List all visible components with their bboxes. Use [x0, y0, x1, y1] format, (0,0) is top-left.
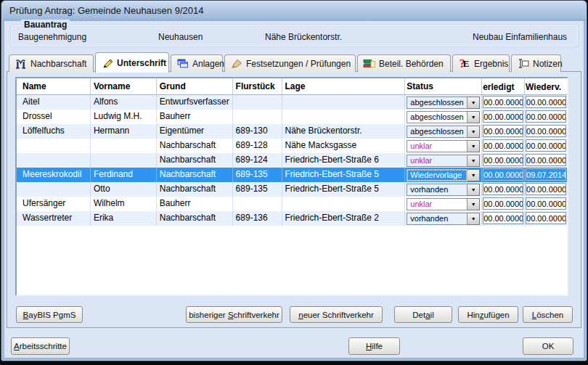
erledigt-field[interactable]: 00.00.0000: [483, 197, 523, 210]
cell-lage: Nähe Macksgasse: [282, 139, 406, 153]
bisheriger-schriftverkehr-button[interactable]: bisheriger Schriftverkehr: [186, 306, 282, 323]
cell-erledigt: 00.00.0000: [482, 182, 525, 197]
cell-wiederv: 00.00.0000: [525, 153, 567, 168]
hilfe-button[interactable]: Hilfe: [348, 337, 400, 355]
wiederv-field[interactable]: 00.00.0000: [526, 139, 566, 152]
erledigt-field[interactable]: 00.00.0000: [483, 96, 523, 108]
wiederv-field[interactable]: 00.00.0000: [526, 125, 566, 137]
nachbarschaft-icon: [15, 59, 27, 69]
cell-grund: Eigentümer: [157, 124, 233, 139]
status-combobox[interactable]: unklar: [407, 155, 467, 167]
cell-flurstueck: 689-124: [233, 153, 282, 168]
table-row[interactable]: Wassertreter Erika Nachbarschaft 689-136…: [17, 211, 567, 226]
cell-lage: [282, 110, 406, 124]
table-row[interactable]: Löffelfuchs Hermann Eigentümer 689-130 N…: [17, 124, 567, 139]
cell-vorname: Otto: [91, 182, 157, 197]
cell-status: vorhanden ▼: [405, 182, 482, 197]
table-row[interactable]: Drossel Ludwig M.H. Bauherr abgeschlosse…: [17, 110, 567, 124]
column-header-grund: Grund: [157, 78, 233, 94]
dropdown-arrow-icon[interactable]: ▼: [467, 213, 480, 225]
table-row[interactable]: Nachbarschaft 689-124 Friedrich-Ebert-St…: [17, 153, 567, 168]
tab-festsetzungen[interactable]: Festsetzungen / Prüfungen: [224, 54, 356, 72]
erledigt-field[interactable]: 00.00.0000: [483, 125, 523, 137]
detail-button[interactable]: Detail: [394, 306, 452, 323]
status-combobox[interactable]: abgeschlossen: [407, 126, 467, 138]
table-row-selected[interactable]: Meereskrokodil Ferdinand Nachbarschaft 6…: [17, 168, 567, 182]
tab-unterschrift[interactable]: Unterschrift: [95, 52, 169, 73]
neuer-schriftverkehr-button[interactable]: neuer Schriftverkehr: [290, 306, 383, 323]
cell-vorname: [91, 139, 157, 153]
wiederv-field[interactable]: 00.00.0000: [526, 96, 566, 108]
title-bar[interactable]: Prüfung Antrag: Gemeinde Neuhausen 9/201…: [2, 1, 586, 20]
table-row[interactable]: Otto Nachbarschaft 689-135 Friedrich-Ebe…: [17, 182, 567, 197]
dropdown-arrow-icon[interactable]: ▼: [467, 97, 480, 109]
cell-lage: Friedrich-Ebert-Straße 5: [282, 182, 406, 197]
dropdown-arrow-icon[interactable]: ▼: [467, 169, 480, 181]
wiederv-field[interactable]: 00.00.0000: [526, 212, 566, 224]
wiederv-field[interactable]: 00.00.0000: [526, 183, 566, 195]
wiederv-field[interactable]: 09.07.2014: [526, 168, 566, 181]
cell-wiederv: 00.00.0000: [525, 211, 567, 226]
cell-vorname: Alfons: [91, 95, 157, 110]
cell-name: [17, 182, 91, 197]
table-row[interactable]: Ufersänger Wilhelm Bauherr unklar ▼ 00.0…: [17, 197, 567, 211]
table-row[interactable]: Nachbarschaft 689-128 Nähe Macksgasse un…: [17, 139, 567, 153]
status-combobox[interactable]: Wiedervorlage: [407, 169, 467, 181]
cell-flurstueck: 689-128: [233, 139, 282, 153]
tab-label: Ergebnis: [474, 59, 508, 69]
hinzufuegen-button[interactable]: Hinzufügen: [458, 306, 518, 323]
wiederv-field[interactable]: 00.00.0000: [526, 197, 566, 210]
question-e-icon: ?E: [458, 59, 470, 69]
column-header-wiederv: Wiederv.: [525, 78, 567, 94]
tab-notizen[interactable]: Notizen: [511, 54, 561, 72]
cell-wiederv: 00.00.0000: [525, 182, 567, 197]
bauantrag-groupbox: Bauantrag Baugenehmigung Neuhausen Nähe …: [11, 25, 578, 46]
table-header-row: Name Vorname Grund Flurstück Lage Status…: [17, 78, 567, 95]
dropdown-arrow-icon[interactable]: ▼: [467, 184, 480, 196]
wiederv-field[interactable]: 00.00.0000: [526, 154, 566, 166]
erledigt-field[interactable]: 00.00.0000: [483, 139, 523, 152]
erledigt-field[interactable]: 00.00.0000: [483, 183, 523, 195]
cell-vorname: Wilhelm: [91, 197, 157, 211]
loeschen-button[interactable]: Löschen: [523, 306, 573, 323]
tab-beteil-behoerden[interactable]: Beteil. Behörden: [357, 54, 451, 72]
cell-grund: Nachbarschaft: [157, 211, 233, 226]
status-combobox[interactable]: abgeschlossen: [407, 111, 467, 123]
tab-anlagen[interactable]: Anlagen: [171, 54, 223, 72]
wiederv-field[interactable]: 00.00.0000: [526, 110, 566, 123]
status-combobox[interactable]: vorhanden: [407, 213, 467, 225]
cell-flurstueck: [233, 197, 282, 211]
status-combobox[interactable]: unklar: [407, 140, 467, 152]
cell-lage: Friedrich-Ebert-Straße 2: [282, 211, 406, 226]
arbeitsschritte-button[interactable]: Arbeitsschritte: [11, 337, 70, 355]
dropdown-arrow-icon[interactable]: ▼: [467, 140, 480, 152]
erledigt-field[interactable]: 00.00.0000: [483, 168, 523, 181]
bauantrag-art: Baugenehmigung: [18, 32, 86, 42]
column-header-lage: Lage: [282, 78, 406, 94]
cell-erledigt: 00.00.0000: [482, 211, 525, 226]
dialog-body: Bauantrag Baugenehmigung Neuhausen Nähe …: [4, 21, 584, 358]
erledigt-field[interactable]: 00.00.0000: [483, 154, 523, 166]
cell-status: vorhanden ▼: [405, 211, 482, 226]
dropdown-arrow-icon[interactable]: ▼: [467, 155, 480, 167]
cell-wiederv: 00.00.0000: [525, 197, 567, 211]
tab-ergebnis[interactable]: ?E Ergebnis: [452, 54, 510, 72]
erledigt-field[interactable]: 00.00.0000: [483, 212, 523, 224]
table-row[interactable]: Aitel Alfons Entwurfsverfasser abgeschlo…: [17, 95, 567, 110]
erledigt-field[interactable]: 00.00.0000: [483, 110, 523, 123]
tab-nachbarschaft[interactable]: Nachbarschaft: [9, 54, 94, 72]
dropdown-arrow-icon[interactable]: ▼: [467, 198, 480, 210]
cell-status: abgeschlossen ▼: [405, 124, 482, 139]
baybis-pgms-button[interactable]: BayBIS PgmS: [16, 306, 83, 323]
dropdown-arrow-icon[interactable]: ▼: [467, 111, 480, 123]
dropdown-arrow-icon[interactable]: ▼: [467, 126, 480, 138]
cell-grund: Nachbarschaft: [157, 153, 233, 168]
status-combobox[interactable]: vorhanden: [407, 184, 467, 196]
cell-flurstueck: [233, 110, 282, 124]
status-combobox[interactable]: abgeschlossen: [407, 97, 467, 109]
cell-name: [17, 139, 91, 153]
ok-button[interactable]: OK: [523, 337, 573, 355]
app-window: Prüfung Antrag: Gemeinde Neuhausen 9/201…: [1, 0, 587, 361]
cell-name: Aitel: [17, 95, 91, 110]
status-combobox[interactable]: unklar: [407, 198, 467, 210]
